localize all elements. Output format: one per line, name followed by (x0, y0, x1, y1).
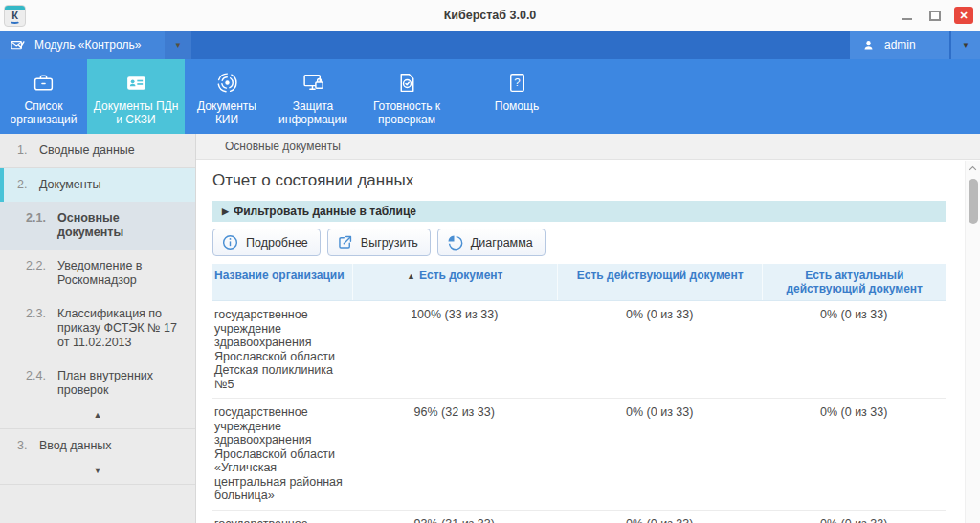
has-document-cell: 93% (31 из 33) (352, 511, 557, 523)
org-name-cell: государственное учреждение здравоохранен… (212, 399, 352, 510)
pie-chart-icon (446, 233, 464, 251)
main-content: Основные документы Отчет о состоянии дан… (196, 134, 980, 523)
minimize-button[interactable] (897, 7, 916, 24)
column-header-has-valid-document[interactable]: Есть действующий документ (557, 264, 762, 300)
org-name-cell: государственное учреждение здравоохранен… (212, 301, 352, 398)
export-icon (336, 233, 354, 251)
app-window: К Киберстаб 3.0.0 ✕ Модуль «Контроль» ▼ (0, 0, 980, 523)
has-document-cell: 100% (33 из 33) (352, 301, 557, 398)
briefcase-icon (32, 71, 56, 95)
has-valid-document-cell: 0% (0 из 33) (557, 399, 762, 510)
nav-item-help[interactable]: ? Помощь (483, 59, 550, 134)
nav-item-kii-documents[interactable]: Документы КИИ (185, 59, 269, 134)
sidebar-item-internal-audit-plan[interactable]: 2.4. План внутренних проверок (0, 360, 195, 407)
has-valid-document-cell: 0% (0 из 33) (557, 511, 762, 523)
has-actual-valid-document-cell: 0% (0 из 33) (762, 511, 946, 523)
sidebar: 1. Сводные данные 2. Документы 2.1. Осно… (0, 134, 196, 523)
vertical-scrollbar[interactable] (965, 161, 980, 523)
table-row[interactable]: государственное учреждение здравоохранен… (212, 511, 946, 523)
mail-check-icon (10, 37, 26, 54)
title-bar: К Киберстаб 3.0.0 ✕ (0, 0, 980, 31)
window-controls: ✕ (897, 7, 980, 24)
module-label: Модуль «Контроль» (34, 38, 141, 52)
nav-item-info-protection[interactable]: Защита информации (269, 59, 357, 134)
chart-button[interactable]: Диаграмма (437, 229, 546, 256)
maximize-button[interactable] (925, 7, 945, 24)
table-row[interactable]: государственное учреждение здравоохранен… (212, 301, 946, 399)
module-selector[interactable]: Модуль «Контроль» (0, 31, 165, 59)
has-document-cell: 96% (32 из 33) (352, 399, 557, 510)
user-menu[interactable]: admin (850, 31, 949, 59)
nav-ribbon: Список организаций Документы ПДн и СКЗИ … (0, 59, 980, 134)
nav-item-pdn-documents[interactable]: Документы ПДн и СКЗИ (87, 59, 185, 134)
sidebar-scroll-down-icon[interactable]: ▼ (0, 463, 195, 484)
table-row[interactable]: государственное учреждение здравоохранен… (212, 399, 946, 511)
document-check-icon (395, 71, 419, 95)
details-button[interactable]: Подробнее (212, 229, 321, 256)
window-title: Киберстаб 3.0.0 (0, 9, 980, 22)
sidebar-scroll-up-icon[interactable]: ▲ (0, 407, 195, 428)
org-name-cell: государственное учреждение здравоохранен… (212, 511, 352, 523)
monitor-lock-icon (301, 71, 325, 95)
user-icon (861, 38, 876, 53)
sidebar-item-main-documents[interactable]: 2.1. Основные документы (0, 202, 195, 250)
user-dropdown-arrow-icon[interactable]: ▼ (951, 31, 980, 59)
nav-item-org-list[interactable]: Список организаций (0, 59, 87, 134)
book-question-icon: ? (505, 71, 529, 95)
expand-arrow-icon: ▶ (222, 207, 229, 216)
tab-main-documents[interactable]: Основные документы (225, 140, 341, 153)
nav-item-audit-readiness[interactable]: Готовность к проверкам (357, 59, 457, 134)
username: admin (884, 38, 916, 52)
sidebar-item-fstek-classification[interactable]: 2.3. Классификация по приказу ФСТЭК № 17… (0, 297, 195, 360)
info-icon (221, 233, 239, 251)
table-header-row: Название организации ▲ Есть документ Ест… (212, 264, 946, 301)
module-dropdown-arrow-icon[interactable]: ▼ (165, 31, 191, 59)
has-actual-valid-document-cell: 0% (0 из 33) (762, 399, 946, 510)
sidebar-item-summary[interactable]: 1. Сводные данные (0, 134, 195, 167)
column-header-org[interactable]: Название организации (212, 264, 352, 300)
svg-text:?: ? (514, 76, 520, 88)
close-button[interactable]: ✕ (954, 7, 973, 24)
app-logo-icon: К (4, 5, 26, 27)
id-card-icon (124, 71, 148, 95)
page-title: Отчет о состоянии данных (212, 171, 946, 190)
has-actual-valid-document-cell: 0% (0 из 33) (762, 301, 946, 398)
export-button[interactable]: Выгрузить (327, 229, 431, 256)
scrollbar-thumb[interactable] (969, 179, 978, 224)
report-table: Название организации ▲ Есть документ Ест… (212, 264, 946, 523)
has-valid-document-cell: 0% (0 из 33) (557, 301, 762, 398)
radar-icon (215, 71, 239, 95)
sidebar-item-roskomnadzor-notice[interactable]: 2.2. Уведомление в Роскомнадзор (0, 250, 195, 297)
scrollbar-up-icon[interactable] (966, 161, 980, 176)
column-header-has-actual-valid-document[interactable]: Есть актуальный действующий документ (762, 264, 946, 300)
filter-toggle[interactable]: ▶ Фильтровать данные в таблице (212, 201, 946, 222)
sidebar-item-documents[interactable]: 2. Документы (0, 168, 195, 202)
column-header-has-document[interactable]: ▲ Есть документ (352, 264, 557, 300)
header-bar: Модуль «Контроль» ▼ admin ▼ (0, 31, 980, 59)
sort-asc-icon: ▲ (407, 270, 415, 283)
sidebar-item-data-entry[interactable]: 3. Ввод данных (0, 429, 195, 463)
